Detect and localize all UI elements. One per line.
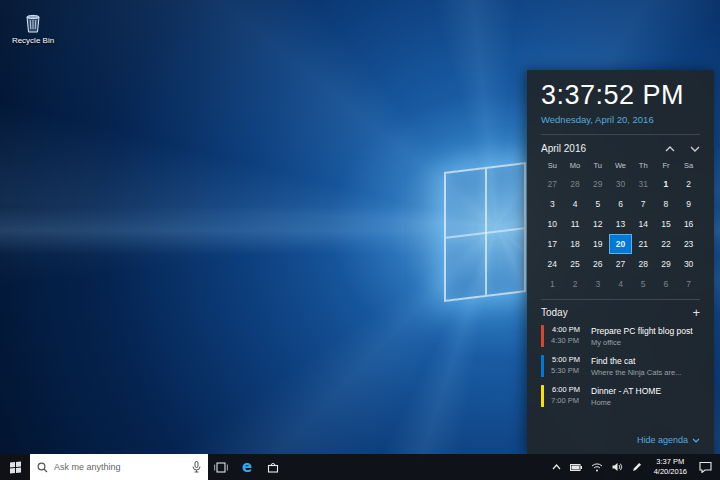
calendar-day[interactable]: 27 <box>609 254 632 274</box>
calendar-day[interactable]: 14 <box>632 214 655 234</box>
calendar-day[interactable]: 15 <box>655 214 678 234</box>
calendar-day-header: We <box>609 158 632 174</box>
show-hidden-icons-button[interactable] <box>552 464 561 470</box>
task-view-icon <box>214 462 228 473</box>
store-button[interactable] <box>260 454 286 480</box>
calendar-day[interactable]: 19 <box>586 234 609 254</box>
windows-ink-tray-button[interactable] <box>632 462 642 472</box>
chevron-down-icon <box>692 438 700 443</box>
battery-icon <box>570 464 582 471</box>
tray-time: 3:37 PM <box>654 457 687 467</box>
windows-desktop: Recycle Bin 3:37:52 PM Wednesday, April … <box>0 0 720 480</box>
calendar-day[interactable]: 6 <box>655 274 678 294</box>
chevron-up-icon <box>665 146 675 152</box>
pen-icon <box>632 462 642 472</box>
calendar-day[interactable]: 21 <box>632 234 655 254</box>
calendar-day[interactable]: 30 <box>677 254 700 274</box>
calendar-day[interactable]: 1 <box>655 174 678 194</box>
calendar-day[interactable]: 4 <box>564 194 587 214</box>
recycle-bin-shortcut[interactable]: Recycle Bin <box>8 12 58 45</box>
tray-clock[interactable]: 3:37 PM 4/20/2016 <box>651 457 690 477</box>
calendar-day[interactable]: 11 <box>564 214 587 234</box>
calendar-day[interactable]: 17 <box>541 234 564 254</box>
calendar-day[interactable]: 12 <box>586 214 609 234</box>
battery-tray-button[interactable] <box>570 464 582 471</box>
calendar-day[interactable]: 18 <box>564 234 587 254</box>
store-bag-icon <box>267 461 279 473</box>
calendar-day[interactable]: 3 <box>541 194 564 214</box>
agenda-event[interactable]: 4:00 PM4:30 PMPrepare PC flight blog pos… <box>541 325 700 347</box>
flyout-date: Wednesday, April 20, 2016 <box>541 114 700 135</box>
calendar-day[interactable]: 2 <box>677 174 700 194</box>
add-event-button[interactable]: + <box>692 308 700 318</box>
recycle-bin-icon <box>23 12 43 34</box>
calendar-day[interactable]: 13 <box>609 214 632 234</box>
network-tray-button[interactable] <box>591 463 603 472</box>
calendar-next-button[interactable] <box>690 146 700 152</box>
calendar-day[interactable]: 3 <box>586 274 609 294</box>
calendar-day[interactable]: 28 <box>564 174 587 194</box>
calendar-month-label[interactable]: April 2016 <box>541 143 586 154</box>
agenda-list: 4:00 PM4:30 PMPrepare PC flight blog pos… <box>541 325 700 415</box>
calendar-day-header: Tu <box>586 158 609 174</box>
event-end-time: 7:00 PM <box>551 397 584 406</box>
wifi-icon <box>591 463 603 472</box>
agenda-event[interactable]: 5:00 PM5:30 PMFind the catWhere the Ninj… <box>541 355 700 377</box>
calendar-day[interactable]: 10 <box>541 214 564 234</box>
action-center-icon <box>699 461 712 473</box>
hide-agenda-link[interactable]: Hide agenda <box>637 431 700 448</box>
event-title: Dinner - AT HOME <box>591 386 700 396</box>
calendar-grid: SuMoTuWeThFrSa27282930311234567891011121… <box>541 158 700 294</box>
calendar-day[interactable]: 30 <box>609 174 632 194</box>
event-times: 6:00 PM7:00 PM <box>551 385 584 407</box>
calendar-day[interactable]: 1 <box>541 274 564 294</box>
start-button[interactable] <box>0 454 30 480</box>
event-info: Dinner - AT HOMEHome <box>591 385 700 407</box>
event-start-time: 5:00 PM <box>551 356 581 365</box>
calendar-day[interactable]: 26 <box>586 254 609 274</box>
event-location: Where the Ninja Cats are... <box>591 368 700 377</box>
task-view-button[interactable] <box>208 454 234 480</box>
calendar-day[interactable]: 29 <box>655 254 678 274</box>
clock-calendar-flyout: 3:37:52 PM Wednesday, April 20, 2016 Apr… <box>527 70 714 454</box>
calendar-day[interactable]: 8 <box>655 194 678 214</box>
event-info: Find the catWhere the Ninja Cats are... <box>591 355 700 377</box>
event-times: 4:00 PM4:30 PM <box>551 325 584 347</box>
recycle-bin-label: Recycle Bin <box>8 36 58 45</box>
event-start-time: 6:00 PM <box>551 386 581 395</box>
event-end-time: 4:30 PM <box>551 337 584 346</box>
volume-tray-button[interactable] <box>612 462 623 472</box>
calendar-day[interactable]: 31 <box>632 174 655 194</box>
calendar-day[interactable]: 5 <box>586 194 609 214</box>
calendar-day[interactable]: 29 <box>586 174 609 194</box>
calendar-day-header: Fr <box>655 158 678 174</box>
calendar-day[interactable]: 5 <box>632 274 655 294</box>
calendar-day[interactable]: 23 <box>677 234 700 254</box>
calendar-day[interactable]: 22 <box>655 234 678 254</box>
calendar-day[interactable]: 6 <box>609 194 632 214</box>
action-center-button[interactable] <box>699 461 712 473</box>
calendar-day-header: Mo <box>564 158 587 174</box>
calendar-day[interactable]: 25 <box>564 254 587 274</box>
calendar-day[interactable]: 27 <box>541 174 564 194</box>
calendar-day[interactable]: 2 <box>564 274 587 294</box>
calendar-day[interactable]: 7 <box>677 274 700 294</box>
agenda-today-label: Today <box>541 307 568 318</box>
calendar-day-header: Su <box>541 158 564 174</box>
calendar-prev-button[interactable] <box>665 146 675 152</box>
edge-browser-button[interactable]: e <box>234 454 260 480</box>
calendar-day-today[interactable]: 20 <box>609 234 632 254</box>
calendar-day[interactable]: 4 <box>609 274 632 294</box>
calendar-day[interactable]: 7 <box>632 194 655 214</box>
flyout-time: 3:37:52 PM <box>541 80 700 111</box>
calendar-day[interactable]: 9 <box>677 194 700 214</box>
event-title: Prepare PC flight blog post <box>591 326 700 336</box>
event-location: Home <box>591 398 700 407</box>
search-placeholder: Ask me anything <box>54 462 186 472</box>
calendar-day[interactable]: 24 <box>541 254 564 274</box>
microphone-icon[interactable] <box>192 461 201 473</box>
agenda-event[interactable]: 6:00 PM7:00 PMDinner - AT HOMEHome <box>541 385 700 407</box>
calendar-day[interactable]: 28 <box>632 254 655 274</box>
search-input[interactable]: Ask me anything <box>30 454 208 480</box>
calendar-day[interactable]: 16 <box>677 214 700 234</box>
